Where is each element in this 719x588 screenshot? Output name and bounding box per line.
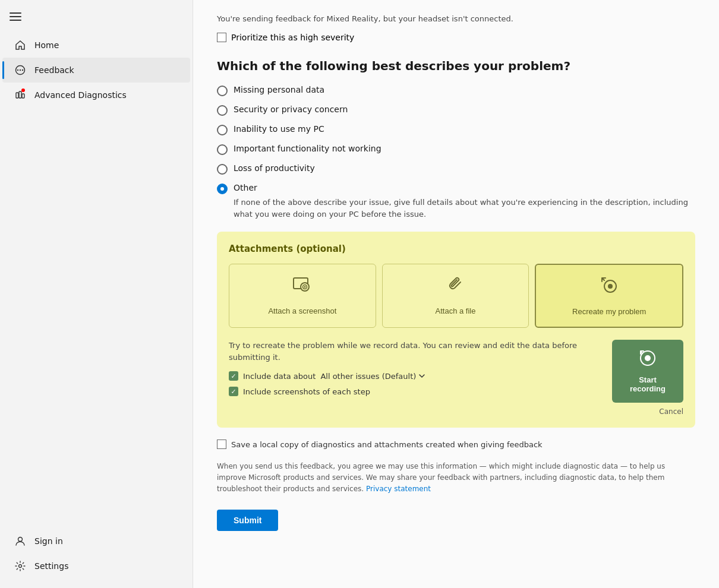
recreate-panel: Try to recreate the problem while we rec… [229, 340, 683, 416]
radio-item-loss-of-productivity[interactable]: Loss of productivity [217, 163, 695, 175]
radio-important-functionality[interactable] [217, 144, 228, 155]
attach-screenshot-label: Attach a screenshot [268, 306, 336, 315]
sidebar-bottom: Sign in Settings [0, 524, 193, 588]
recreate-label: Recreate my problem [572, 307, 646, 316]
priority-checkbox[interactable] [217, 33, 226, 42]
recreate-problem-button[interactable]: Recreate my problem [535, 264, 683, 328]
radio-item-missing-personal-data[interactable]: Missing personal data [217, 85, 695, 96]
save-local-checkbox[interactable] [217, 440, 226, 449]
privacy-link[interactable]: Privacy statement [366, 485, 431, 493]
sidebar-item-feedback[interactable]: Feedback [2, 58, 190, 83]
settings-icon [14, 560, 26, 572]
radio-label-security-privacy: Security or privacy concern [234, 105, 348, 114]
svg-rect-7 [16, 93, 18, 98]
radio-item-other[interactable]: Other If none of the above describe your… [217, 183, 695, 220]
home-icon [14, 39, 26, 51]
settings-label: Settings [34, 561, 68, 571]
feedback-icon [14, 64, 26, 76]
svg-point-10 [18, 538, 23, 542]
priority-row: Prioritize this as high severity [217, 33, 695, 42]
radio-missing-personal-data[interactable] [217, 86, 228, 96]
attach-file-label: Attach a file [436, 306, 476, 315]
include-screenshots-row: Include screenshots of each step [229, 387, 603, 396]
submit-button[interactable]: Submit [217, 510, 278, 531]
svg-rect-1 [10, 16, 21, 17]
attach-file-icon [445, 275, 466, 301]
svg-point-17 [608, 284, 613, 289]
include-data-value: All other issues (Default) [320, 372, 416, 381]
radio-label-important-functionality: Important functionality not working [234, 144, 381, 153]
attach-screenshot-button[interactable]: Attach a screenshot [229, 264, 376, 328]
sidebar-item-feedback-label: Feedback [34, 65, 74, 75]
radio-other[interactable] [217, 184, 228, 194]
svg-rect-0 [10, 12, 21, 14]
svg-point-19 [645, 355, 651, 361]
radio-inability-to-use[interactable] [217, 125, 228, 135]
radio-label-missing-personal-data: Missing personal data [234, 85, 324, 94]
sidebar-item-home[interactable]: Home [2, 33, 190, 58]
attach-buttons-row: Attach a screenshot Attach a file [229, 264, 683, 328]
svg-point-11 [19, 565, 22, 568]
save-local-label: Save a local copy of diagnostics and att… [231, 440, 543, 449]
radio-item-important-functionality[interactable]: Important functionality not working [217, 144, 695, 155]
svg-point-5 [20, 69, 21, 71]
radio-label-inability-to-use: Inability to use my PC [234, 124, 324, 134]
start-recording-button[interactable]: Start recording [612, 340, 683, 403]
notification-dot [21, 88, 25, 92]
info-text: You're sending feedback for Mixed Realit… [217, 14, 695, 23]
svg-rect-8 [19, 91, 21, 98]
sign-in-label: Sign in [34, 536, 63, 546]
recording-actions: Start recording Cancel [612, 340, 683, 416]
recording-icon [639, 349, 657, 371]
radio-loss-of-productivity[interactable] [217, 164, 228, 175]
include-data-dropdown[interactable]: All other issues (Default) [320, 372, 425, 381]
sidebar-item-diagnostics-label: Advanced Diagnostics [34, 90, 127, 100]
sidebar: Home Feedback [0, 0, 193, 588]
svg-rect-9 [22, 94, 24, 98]
include-data-row: Include data about All other issues (Def… [229, 371, 603, 381]
screenshot-icon [292, 275, 313, 301]
include-data-checkbox[interactable] [229, 371, 238, 381]
legal-text: When you send us this feedback, you agre… [217, 461, 695, 495]
save-local-row: Save a local copy of diagnostics and att… [217, 440, 695, 449]
svg-rect-2 [10, 20, 21, 21]
legal-text-content: When you send us this feedback, you agre… [217, 462, 665, 493]
sidebar-item-advanced-diagnostics[interactable]: Advanced Diagnostics [2, 83, 190, 108]
svg-point-6 [22, 69, 23, 71]
hamburger-menu[interactable] [0, 0, 193, 30]
include-data-label: Include data about [243, 372, 316, 381]
recreate-icon [598, 276, 620, 301]
recreate-desc: Try to recreate the problem while we rec… [229, 340, 603, 363]
sidebar-item-home-label: Home [34, 40, 59, 50]
include-screenshots-label: Include screenshots of each step [243, 387, 370, 396]
recreate-info: Try to recreate the problem while we rec… [229, 340, 603, 402]
include-screenshots-checkbox[interactable] [229, 387, 238, 396]
account-icon [14, 535, 26, 547]
radio-item-inability-to-use[interactable]: Inability to use my PC [217, 124, 695, 135]
attachments-box: Attachments (optional) Attach a screensh… [217, 232, 695, 428]
attach-file-button[interactable]: Attach a file [382, 264, 529, 328]
sidebar-item-sign-in[interactable]: Sign in [2, 529, 190, 554]
radio-security-privacy[interactable] [217, 105, 228, 116]
sidebar-item-settings[interactable]: Settings [2, 554, 190, 578]
svg-point-15 [304, 286, 305, 288]
cancel-button[interactable]: Cancel [659, 407, 683, 416]
main-content: You're sending feedback for Mixed Realit… [193, 0, 719, 588]
radio-label-loss-of-productivity: Loss of productivity [234, 163, 315, 173]
svg-point-4 [17, 69, 18, 71]
attachments-title: Attachments (optional) [229, 244, 683, 254]
other-sublabel: If none of the above describe your issue… [234, 197, 695, 220]
start-recording-label: Start recording [624, 375, 671, 393]
sidebar-nav: Home Feedback [0, 30, 193, 524]
radio-item-security-privacy[interactable]: Security or privacy concern [217, 105, 695, 116]
chevron-down-icon [418, 372, 425, 380]
radio-group: Missing personal data Security or privac… [217, 85, 695, 220]
section-title: Which of the following best describes yo… [217, 59, 695, 73]
priority-label: Prioritize this as high severity [231, 33, 354, 42]
radio-label-other: Other [234, 183, 257, 192]
